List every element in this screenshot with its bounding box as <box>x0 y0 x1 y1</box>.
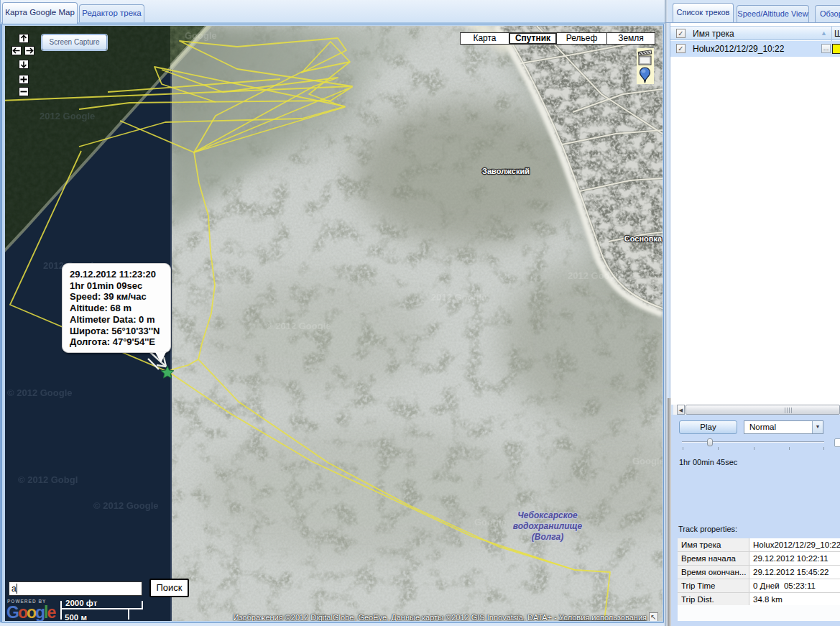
svg-text:Google: Google <box>474 517 507 528</box>
svg-text:© 2012 Google: © 2012 Google <box>7 387 73 398</box>
svg-text:Чебоксарское: Чебоксарское <box>517 510 578 520</box>
svg-text:© 2012 Google: © 2012 Google <box>266 321 331 331</box>
svg-text:Google: Google <box>632 456 663 466</box>
svg-text:Google: Google <box>185 30 217 41</box>
svg-text:© 2012 Google: © 2012 Google <box>93 500 159 511</box>
svg-text:2012 Google: 2012 Google <box>40 111 95 121</box>
svg-text:Заволжский: Заволжский <box>482 167 530 175</box>
svg-text:водохранилище: водохранилище <box>513 521 583 531</box>
svg-text:Сосновка: Сосновка <box>624 234 663 243</box>
svg-text:2012 Google: 2012 Google <box>568 270 623 281</box>
svg-text:2012 Google: 2012 Google <box>431 292 486 303</box>
svg-text:(Волга): (Волга) <box>532 532 563 542</box>
svg-text:© 2012 Gobgl: © 2012 Gobgl <box>18 474 78 485</box>
